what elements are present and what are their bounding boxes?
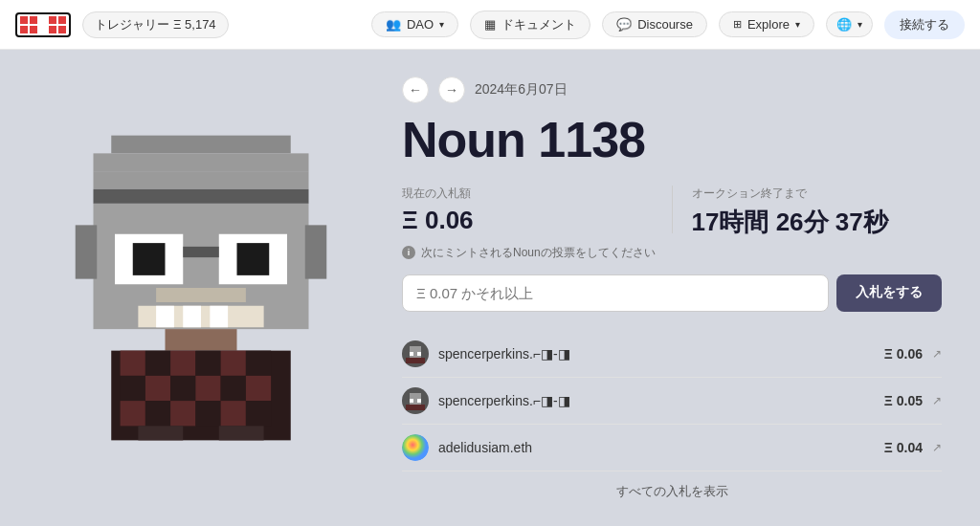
- svg-rect-11: [183, 247, 219, 257]
- svg-rect-19: [121, 351, 145, 376]
- svg-rect-33: [170, 401, 195, 426]
- date-navigation: ← → 2024年6月07日: [402, 77, 942, 103]
- svg-rect-29: [221, 376, 246, 401]
- hint-row: i 次にミントされるNounの投票をしてください: [402, 245, 942, 261]
- svg-rect-21: [170, 351, 195, 376]
- current-bid-value: Ξ 0.06: [402, 206, 653, 235]
- svg-rect-3: [94, 189, 309, 204]
- explore-nav-button[interactable]: ⊞ Explore ▾: [719, 11, 814, 37]
- right-arrow-icon: →: [445, 82, 458, 98]
- discourse-label: Discourse: [637, 17, 693, 32]
- svg-rect-26: [145, 376, 170, 401]
- svg-rect-24: [246, 351, 271, 376]
- svg-rect-14: [156, 306, 174, 328]
- svg-rect-6: [305, 225, 327, 278]
- grid-icon: ⊞: [733, 18, 742, 31]
- time-left-value: 17時間 26分 37秒: [692, 206, 943, 239]
- bid-amount: Ξ 0.06: [884, 346, 923, 362]
- svg-point-47: [402, 434, 429, 461]
- avatar: [402, 340, 429, 367]
- main-header: トレジャリー Ξ 5,174 👥 DAO ▾ ▦ ドキュメント 💬 Discou…: [0, 0, 980, 50]
- svg-rect-32: [145, 401, 170, 426]
- bid-row: 入札をする: [402, 274, 942, 312]
- svg-rect-5: [76, 225, 98, 278]
- bid-list: spencerperkins.⌐◨-◨ Ξ 0.06 ↗: [402, 331, 942, 471]
- avatar: [402, 434, 429, 461]
- svg-rect-20: [145, 351, 170, 376]
- chat-icon: 💬: [616, 17, 632, 32]
- dao-label: DAO: [407, 17, 434, 32]
- globe-dropdown-icon: ▾: [858, 19, 862, 30]
- bidder-name: spencerperkins.⌐◨-◨: [438, 346, 875, 362]
- docs-label: ドキュメント: [501, 16, 576, 33]
- external-link-icon[interactable]: ↗: [932, 441, 942, 454]
- svg-rect-38: [219, 426, 264, 440]
- next-noun-button[interactable]: →: [438, 77, 465, 103]
- svg-rect-37: [138, 426, 183, 440]
- bid-item: spencerperkins.⌐◨-◨ Ξ 0.05 ↗: [402, 378, 942, 425]
- svg-rect-31: [121, 401, 145, 426]
- info-icon: i: [402, 246, 415, 259]
- svg-rect-10: [237, 243, 270, 275]
- prev-noun-button[interactable]: ←: [402, 77, 429, 103]
- svg-rect-35: [221, 401, 246, 426]
- discourse-nav-button[interactable]: 💬 Discourse: [602, 11, 707, 37]
- time-left-label: オークション終了まで: [692, 186, 943, 202]
- avatar: [402, 387, 429, 414]
- svg-rect-17: [166, 329, 237, 351]
- connect-button[interactable]: 接続する: [884, 11, 965, 39]
- dao-nav-button[interactable]: 👥 DAO ▾: [371, 11, 458, 37]
- svg-rect-44: [410, 399, 413, 403]
- external-link-icon[interactable]: ↗: [932, 347, 942, 361]
- explore-label: Explore: [747, 17, 790, 32]
- svg-rect-22: [195, 351, 220, 376]
- svg-rect-30: [246, 376, 271, 401]
- bid-button-label: 入札をする: [856, 284, 923, 299]
- svg-rect-1: [94, 153, 309, 171]
- svg-rect-28: [195, 376, 220, 401]
- people-icon: 👥: [386, 17, 401, 32]
- svg-rect-42: [406, 358, 425, 363]
- svg-rect-45: [417, 399, 421, 403]
- svg-rect-12: [156, 288, 246, 302]
- svg-rect-0: [111, 136, 291, 154]
- book-icon: ▦: [484, 17, 496, 32]
- show-all-bids-button[interactable]: すべての入札を表示: [402, 483, 942, 500]
- info-symbol: i: [408, 248, 411, 257]
- svg-rect-2: [94, 171, 309, 189]
- svg-rect-46: [406, 405, 425, 410]
- svg-rect-27: [170, 376, 195, 401]
- auction-panel: ← → 2024年6月07日 Noun 1138 現在の入札額 Ξ 0.06 オ…: [402, 77, 942, 500]
- left-arrow-icon: ←: [409, 82, 422, 98]
- connect-label: 接続する: [900, 17, 949, 32]
- globe-icon: 🌐: [836, 17, 852, 32]
- bidder-name: adelidusiam.eth: [438, 440, 875, 455]
- dao-dropdown-icon: ▾: [439, 19, 444, 30]
- svg-rect-9: [133, 243, 166, 275]
- stats-row: 現在の入札額 Ξ 0.06 オークション終了まで 17時間 26分 37秒: [402, 186, 942, 239]
- bid-item: adelidusiam.eth Ξ 0.04 ↗: [402, 425, 942, 471]
- hint-text: 次にミントされるNounの投票をしてください: [421, 245, 656, 261]
- bid-amount: Ξ 0.04: [884, 440, 923, 455]
- svg-rect-23: [221, 351, 246, 376]
- external-link-icon[interactable]: ↗: [932, 394, 942, 407]
- logo[interactable]: [15, 12, 71, 37]
- main-content: ← → 2024年6月07日 Noun 1138 現在の入札額 Ξ 0.06 オ…: [0, 50, 980, 526]
- bid-button[interactable]: 入札をする: [836, 274, 942, 312]
- globe-nav-button[interactable]: 🌐 ▾: [826, 11, 873, 37]
- svg-rect-36: [246, 401, 271, 426]
- stats-divider: [672, 186, 673, 233]
- auction-date: 2024年6月07日: [475, 81, 568, 99]
- svg-rect-25: [121, 376, 145, 401]
- bidder-name: spencerperkins.⌐◨-◨: [438, 393, 875, 408]
- treasury-badge: トレジャリー Ξ 5,174: [82, 11, 229, 38]
- bid-amount: Ξ 0.05: [884, 393, 923, 408]
- bid-input[interactable]: [402, 274, 829, 312]
- docs-nav-button[interactable]: ▦ ドキュメント: [470, 11, 590, 39]
- svg-rect-40: [410, 352, 413, 356]
- time-left-stat: オークション終了まで 17時間 26分 37秒: [692, 186, 943, 239]
- noun-artwork: [38, 125, 364, 450]
- explore-dropdown-icon: ▾: [795, 19, 800, 30]
- svg-rect-41: [417, 352, 421, 356]
- svg-rect-16: [210, 306, 228, 328]
